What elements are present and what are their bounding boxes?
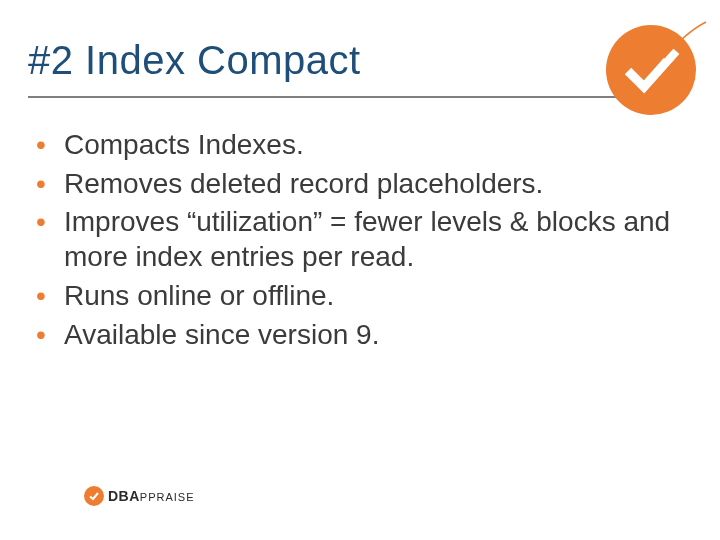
logo-disc-small	[84, 486, 104, 506]
checkmark-icon	[88, 490, 100, 502]
slide: #2 Index Compact Compacts Indexes. Remov…	[0, 0, 720, 540]
swoosh-icon	[662, 18, 708, 64]
bullet-text: Available since version 9.	[64, 319, 379, 350]
brand-name-bold: DBA	[108, 488, 140, 504]
bullet-item: Removes deleted record placeholders.	[36, 167, 680, 202]
bullet-text: Removes deleted record placeholders.	[64, 168, 543, 199]
bullet-item: Improves “utilization” = fewer levels & …	[36, 205, 680, 274]
brand-name-light: PPRAISE	[140, 491, 195, 503]
divider	[28, 96, 618, 98]
bullet-text: Runs online or offline.	[64, 280, 334, 311]
brand-logo-large	[606, 22, 702, 118]
brand-name: DBAPPRAISE	[108, 488, 195, 504]
bullet-text: Compacts Indexes.	[64, 129, 304, 160]
bullet-list: Compacts Indexes. Removes deleted record…	[36, 128, 680, 356]
bullet-item: Compacts Indexes.	[36, 128, 680, 163]
slide-title: #2 Index Compact	[28, 38, 361, 83]
bullet-text: Improves “utilization” = fewer levels & …	[64, 206, 670, 272]
bullet-item: Runs online or offline.	[36, 279, 680, 314]
bullet-item: Available since version 9.	[36, 318, 680, 353]
brand-logo-small: DBAPPRAISE	[84, 486, 195, 506]
